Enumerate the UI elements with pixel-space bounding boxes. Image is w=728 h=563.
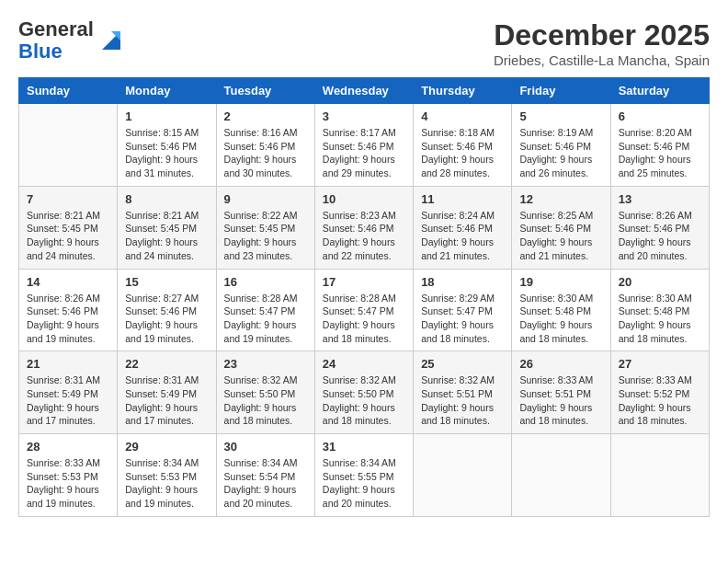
calendar-cell: 5Sunrise: 8:19 AMSunset: 5:46 PMDaylight…: [512, 104, 610, 187]
day-info: Sunrise: 8:33 AMSunset: 5:51 PMDaylight:…: [519, 373, 602, 428]
day-info: Sunrise: 8:21 AMSunset: 5:45 PMDaylight:…: [125, 209, 208, 263]
day-number: 7: [27, 192, 109, 206]
day-info: Sunrise: 8:22 AMSunset: 5:45 PMDaylight:…: [224, 209, 307, 263]
day-number: 31: [323, 440, 405, 454]
day-info: Sunrise: 8:33 AMSunset: 5:52 PMDaylight:…: [619, 373, 701, 428]
day-info: Sunrise: 8:19 AMSunset: 5:46 PMDaylight:…: [519, 126, 602, 180]
calendar-cell: 21Sunrise: 8:31 AMSunset: 5:49 PMDayligh…: [19, 351, 118, 434]
day-number: 27: [619, 357, 701, 371]
day-info: Sunrise: 8:27 AMSunset: 5:46 PMDaylight:…: [125, 292, 208, 346]
day-number: 15: [125, 275, 208, 289]
day-info: Sunrise: 8:23 AMSunset: 5:46 PMDaylight:…: [323, 209, 405, 263]
page-header: General Blue December 2025 Driebes, Cast…: [18, 18, 710, 68]
day-info: Sunrise: 8:26 AMSunset: 5:46 PMDaylight:…: [27, 292, 109, 346]
calendar-cell: 18Sunrise: 8:29 AMSunset: 5:47 PMDayligh…: [414, 269, 512, 351]
day-info: Sunrise: 8:34 AMSunset: 5:54 PMDaylight:…: [224, 456, 307, 511]
day-info: Sunrise: 8:28 AMSunset: 5:47 PMDaylight:…: [224, 292, 307, 346]
calendar-week-row: 21Sunrise: 8:31 AMSunset: 5:49 PMDayligh…: [19, 351, 710, 434]
calendar-cell: 6Sunrise: 8:20 AMSunset: 5:46 PMDaylight…: [610, 104, 709, 187]
day-number: 21: [27, 357, 109, 371]
calendar-cell: 28Sunrise: 8:33 AMSunset: 5:53 PMDayligh…: [19, 434, 118, 517]
day-info: Sunrise: 8:28 AMSunset: 5:47 PMDaylight:…: [323, 292, 405, 346]
title-block: December 2025 Driebes, Castille-La Manch…: [494, 18, 710, 68]
day-number: 30: [224, 440, 307, 454]
day-number: 9: [224, 192, 307, 206]
day-number: 5: [519, 109, 602, 123]
calendar-cell: 12Sunrise: 8:25 AMSunset: 5:46 PMDayligh…: [512, 186, 610, 269]
calendar-cell: [512, 434, 610, 517]
day-info: Sunrise: 8:32 AMSunset: 5:50 PMDaylight:…: [323, 373, 405, 428]
calendar-cell: 15Sunrise: 8:27 AMSunset: 5:46 PMDayligh…: [118, 269, 216, 351]
logo-icon: [97, 27, 125, 54]
calendar-cell: 31Sunrise: 8:34 AMSunset: 5:55 PMDayligh…: [314, 434, 413, 517]
day-number: 26: [519, 357, 602, 371]
calendar-cell: [610, 434, 709, 517]
day-header-tuesday: Tuesday: [216, 78, 314, 104]
day-info: Sunrise: 8:16 AMSunset: 5:46 PMDaylight:…: [224, 126, 307, 180]
day-info: Sunrise: 8:15 AMSunset: 5:46 PMDaylight:…: [125, 126, 208, 180]
day-info: Sunrise: 8:18 AMSunset: 5:46 PMDaylight:…: [421, 126, 504, 180]
calendar-cell: 29Sunrise: 8:34 AMSunset: 5:53 PMDayligh…: [118, 434, 216, 517]
logo-general: General: [18, 17, 94, 40]
calendar-cell: 27Sunrise: 8:33 AMSunset: 5:52 PMDayligh…: [610, 351, 709, 434]
calendar-cell: 23Sunrise: 8:32 AMSunset: 5:50 PMDayligh…: [216, 351, 314, 434]
calendar-cell: 8Sunrise: 8:21 AMSunset: 5:45 PMDaylight…: [118, 186, 216, 269]
day-info: Sunrise: 8:30 AMSunset: 5:48 PMDaylight:…: [619, 292, 701, 346]
day-number: 24: [323, 357, 405, 371]
day-number: 22: [125, 357, 208, 371]
day-info: Sunrise: 8:30 AMSunset: 5:48 PMDaylight:…: [519, 292, 602, 346]
day-number: 4: [421, 109, 504, 123]
calendar-cell: 10Sunrise: 8:23 AMSunset: 5:46 PMDayligh…: [314, 186, 413, 269]
day-info: Sunrise: 8:32 AMSunset: 5:50 PMDaylight:…: [224, 373, 307, 428]
day-number: 25: [421, 357, 504, 371]
calendar-cell: 30Sunrise: 8:34 AMSunset: 5:54 PMDayligh…: [216, 434, 314, 517]
calendar-cell: 7Sunrise: 8:21 AMSunset: 5:45 PMDaylight…: [19, 186, 118, 269]
calendar-week-row: 7Sunrise: 8:21 AMSunset: 5:45 PMDaylight…: [19, 186, 710, 269]
calendar-cell: 22Sunrise: 8:31 AMSunset: 5:49 PMDayligh…: [118, 351, 216, 434]
calendar-cell: 24Sunrise: 8:32 AMSunset: 5:50 PMDayligh…: [314, 351, 413, 434]
calendar-week-row: 28Sunrise: 8:33 AMSunset: 5:53 PMDayligh…: [19, 434, 710, 517]
day-info: Sunrise: 8:32 AMSunset: 5:51 PMDaylight:…: [421, 373, 504, 428]
day-number: 3: [323, 109, 405, 123]
day-header-sunday: Sunday: [19, 78, 118, 104]
day-header-monday: Monday: [118, 78, 216, 104]
day-number: 19: [519, 275, 602, 289]
day-number: 14: [27, 275, 109, 289]
calendar-cell: 4Sunrise: 8:18 AMSunset: 5:46 PMDaylight…: [414, 104, 512, 187]
calendar-cell: 20Sunrise: 8:30 AMSunset: 5:48 PMDayligh…: [610, 269, 709, 351]
day-header-wednesday: Wednesday: [314, 78, 413, 104]
day-number: 12: [519, 192, 602, 206]
day-number: 16: [224, 275, 307, 289]
day-info: Sunrise: 8:29 AMSunset: 5:47 PMDaylight:…: [421, 292, 504, 346]
logo-blue: Blue: [18, 40, 63, 63]
calendar-cell: 13Sunrise: 8:26 AMSunset: 5:46 PMDayligh…: [610, 186, 709, 269]
day-info: Sunrise: 8:25 AMSunset: 5:46 PMDaylight:…: [519, 209, 602, 263]
day-number: 13: [619, 192, 701, 206]
calendar-cell: 3Sunrise: 8:17 AMSunset: 5:46 PMDaylight…: [314, 104, 413, 187]
day-number: 6: [619, 109, 701, 123]
day-info: Sunrise: 8:20 AMSunset: 5:46 PMDaylight:…: [619, 126, 701, 180]
day-info: Sunrise: 8:34 AMSunset: 5:55 PMDaylight:…: [323, 456, 405, 511]
calendar-week-row: 1Sunrise: 8:15 AMSunset: 5:46 PMDaylight…: [19, 104, 710, 187]
calendar-cell: 17Sunrise: 8:28 AMSunset: 5:47 PMDayligh…: [314, 269, 413, 351]
day-number: 1: [125, 109, 208, 123]
day-info: Sunrise: 8:31 AMSunset: 5:49 PMDaylight:…: [125, 373, 208, 428]
logo: General Blue: [18, 18, 125, 63]
calendar-cell: 11Sunrise: 8:24 AMSunset: 5:46 PMDayligh…: [414, 186, 512, 269]
day-info: Sunrise: 8:33 AMSunset: 5:53 PMDaylight:…: [27, 456, 109, 511]
day-number: 28: [27, 440, 109, 454]
calendar-cell: 26Sunrise: 8:33 AMSunset: 5:51 PMDayligh…: [512, 351, 610, 434]
day-number: 18: [421, 275, 504, 289]
day-number: 20: [619, 275, 701, 289]
day-info: Sunrise: 8:17 AMSunset: 5:46 PMDaylight:…: [323, 126, 405, 180]
day-header-thursday: Thursday: [414, 78, 512, 104]
calendar-cell: 2Sunrise: 8:16 AMSunset: 5:46 PMDaylight…: [216, 104, 314, 187]
calendar-cell: 1Sunrise: 8:15 AMSunset: 5:46 PMDaylight…: [118, 104, 216, 187]
day-info: Sunrise: 8:31 AMSunset: 5:49 PMDaylight:…: [27, 373, 109, 428]
calendar-header-row: SundayMondayTuesdayWednesdayThursdayFrid…: [19, 78, 710, 104]
calendar-cell: 16Sunrise: 8:28 AMSunset: 5:47 PMDayligh…: [216, 269, 314, 351]
day-info: Sunrise: 8:26 AMSunset: 5:46 PMDaylight:…: [619, 209, 701, 263]
day-number: 23: [224, 357, 307, 371]
day-number: 10: [323, 192, 405, 206]
day-header-saturday: Saturday: [610, 78, 709, 104]
